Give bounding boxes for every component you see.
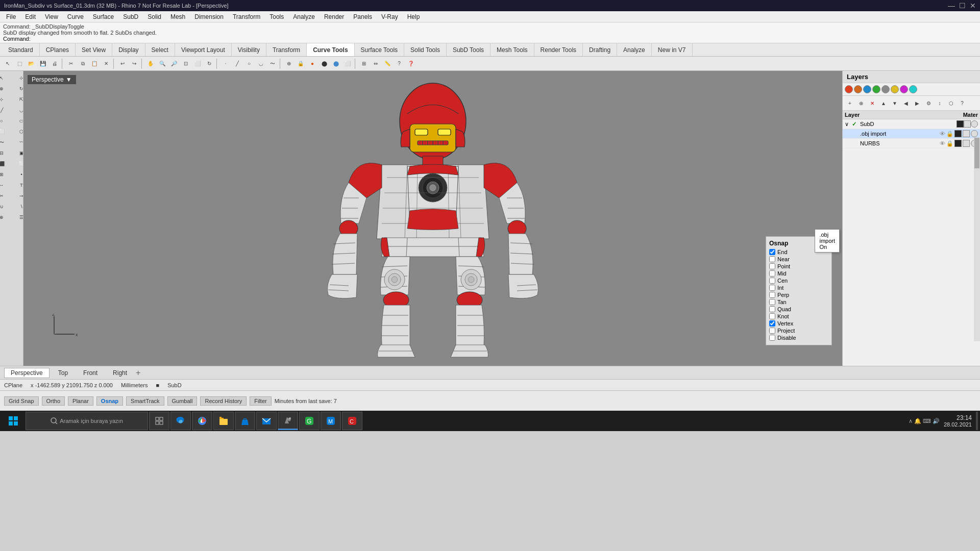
layer-color-subd[interactable] (957, 120, 964, 128)
osnap-near-check[interactable] (769, 256, 775, 262)
left-tool-layers[interactable]: ☰ (12, 212, 23, 222)
left-tool-snap[interactable]: ⊕ (0, 212, 11, 222)
tool-undo[interactable]: ↩ (117, 58, 128, 69)
tool-lock[interactable]: 🔒 (295, 58, 306, 69)
viewport-dropdown-arrow[interactable]: ▼ (66, 76, 72, 83)
tool-print[interactable]: 🖨 (49, 58, 60, 69)
start-button[interactable] (2, 412, 24, 430)
layer-material-subd[interactable] (964, 120, 971, 128)
taskbar-app-store2[interactable]: M (321, 412, 341, 430)
vp-tab-front[interactable]: Front (77, 368, 104, 378)
tab-new-v7[interactable]: New in V7 (652, 43, 693, 56)
layer-color-cyan[interactable] (909, 85, 917, 93)
tool-snap[interactable]: ⊕ (283, 58, 295, 69)
tool-delete[interactable]: ✕ (101, 58, 112, 69)
left-tool-extrude[interactable]: ▣ (12, 148, 23, 158)
vp-tab-perspective[interactable]: Perspective (4, 368, 50, 378)
osnap-disable[interactable]: Disable (769, 335, 828, 341)
menu-solid[interactable]: Solid (143, 12, 165, 21)
left-tool-point-edit[interactable]: • (12, 169, 23, 180)
layer-right-button[interactable]: ▶ (912, 98, 922, 108)
layer-row-nurbs[interactable]: NURBS 👁 🔒 (843, 139, 980, 148)
taskbar-chrome[interactable] (192, 412, 212, 430)
left-tool-text[interactable]: T (12, 180, 23, 190)
tool-save[interactable]: 💾 (37, 58, 48, 69)
left-tool-mesh[interactable]: ⊞ (0, 169, 11, 180)
layer-filter-button[interactable]: ⚙ (923, 98, 934, 108)
left-tool-lasso[interactable]: ⊹ (12, 73, 23, 83)
tool-zoom-extent[interactable]: ⊡ (180, 58, 191, 69)
left-tool-curve-line[interactable]: ╱ (0, 105, 11, 115)
layer-material-sphere-subd[interactable] (971, 120, 978, 128)
status-filter[interactable]: Filter (250, 396, 271, 406)
left-tool-box[interactable]: ⬛ (0, 159, 11, 169)
tool-question[interactable]: ? (394, 58, 405, 69)
osnap-int-check[interactable] (769, 285, 775, 291)
layer-color-green[interactable] (872, 85, 880, 93)
tool-line[interactable]: ╱ (232, 58, 243, 69)
taskbar-app-green[interactable]: G (299, 412, 320, 430)
vp-tab-top[interactable]: Top (52, 368, 75, 378)
viewport-container[interactable]: Perspective ▼ (23, 71, 842, 366)
tool-help[interactable]: ❓ (405, 58, 416, 69)
osnap-mid-check[interactable] (769, 270, 775, 277)
tool-cut[interactable]: ✂ (65, 58, 77, 69)
osnap-point[interactable]: Point (769, 263, 828, 269)
left-tool-scale[interactable]: ⇱ (12, 94, 23, 105)
taskbar-mail[interactable] (256, 412, 277, 430)
layer-color-red[interactable] (845, 85, 853, 93)
left-tool-boolean-diff[interactable]: ∖ (12, 202, 23, 212)
tab-render-tools[interactable]: Render Tools (534, 43, 583, 56)
layer-color-gray[interactable] (881, 85, 890, 93)
tab-surface-tools[interactable]: Surface Tools (355, 43, 405, 56)
left-tool-surface[interactable]: ⊟ (0, 148, 11, 158)
left-tool-curve-arc[interactable]: ◡ (12, 105, 23, 115)
osnap-knot[interactable]: Knot (769, 313, 828, 319)
osnap-quad[interactable]: Quad (769, 306, 828, 312)
taskbar-clock[interactable]: 23:14 28.02.2021 (944, 414, 972, 428)
menu-subd[interactable]: SubD (119, 12, 142, 21)
menu-vray[interactable]: V-Ray (377, 12, 402, 21)
osnap-tan[interactable]: Tan (769, 299, 828, 305)
layer-color-obj[interactable] (954, 130, 962, 137)
layer-down-button[interactable]: ▼ (890, 98, 900, 108)
layer-lock-icon[interactable]: 🔒 (946, 131, 953, 137)
osnap-quad-check[interactable] (769, 306, 775, 312)
left-tool-rect[interactable]: ⬜ (0, 127, 11, 137)
layer-color-nurbs[interactable] (954, 140, 962, 147)
tool-zoom-in[interactable]: 🔍 (157, 58, 168, 69)
tab-standard[interactable]: Standard (2, 43, 40, 56)
tool-open[interactable]: 📂 (26, 58, 37, 69)
osnap-end-check[interactable] (769, 249, 775, 255)
menu-transform[interactable]: Transform (229, 12, 264, 21)
tool-point[interactable]: · (220, 58, 231, 69)
menu-analyze[interactable]: Analyze (289, 12, 319, 21)
tab-transform[interactable]: Transform (266, 43, 307, 56)
tool-redo[interactable]: ↪ (129, 58, 140, 69)
tool-colors[interactable]: ● (307, 58, 318, 69)
taskbar-show-desktop[interactable] (976, 412, 978, 430)
tab-display[interactable]: Display (112, 43, 145, 56)
tool-sphere[interactable]: ⬤ (318, 58, 330, 69)
left-tool-move[interactable]: ⊹ (0, 94, 11, 105)
tool-arc[interactable]: ◡ (255, 58, 266, 69)
osnap-close-button[interactable]: ✕ (823, 240, 828, 247)
layer-material-nurbs[interactable] (963, 140, 970, 147)
status-record-history[interactable]: Record History (200, 396, 247, 406)
taskbar-rhino[interactable] (278, 412, 298, 430)
taskbar-store[interactable] (235, 412, 255, 430)
left-tool-select-arrow[interactable]: ↖ (0, 73, 11, 83)
tool-zoom-out[interactable]: 🔎 (168, 58, 180, 69)
left-tool-rotate-view[interactable]: ↻ (12, 84, 23, 94)
tool-rotate[interactable]: ↻ (204, 58, 215, 69)
layer-material-obj[interactable] (963, 130, 970, 137)
left-tool-spline[interactable]: 〰 (12, 137, 23, 147)
left-tool-freeform[interactable]: 〜 (0, 137, 11, 147)
menu-view[interactable]: View (41, 12, 62, 21)
left-tool-dimension[interactable]: ↔ (0, 180, 11, 190)
left-tool-zoom[interactable]: ⊕ (0, 84, 11, 94)
osnap-vertex[interactable]: Vertex (769, 320, 828, 327)
layer-color-orange[interactable] (854, 85, 862, 93)
menu-file[interactable]: File (2, 12, 20, 21)
menu-curve[interactable]: Curve (63, 12, 88, 21)
